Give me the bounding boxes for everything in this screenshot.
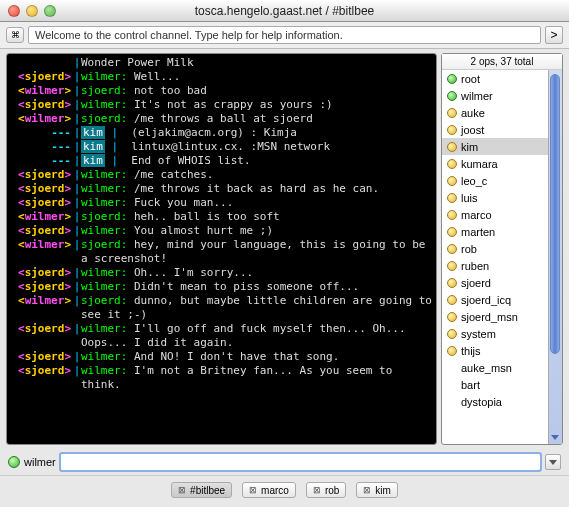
status-icon xyxy=(447,142,457,152)
user-item[interactable]: marten xyxy=(442,223,562,240)
user-name: joost xyxy=(461,124,484,136)
user-name: wilmer xyxy=(461,90,493,102)
tab[interactable]: ⊠rob xyxy=(306,482,346,498)
chat-line: <wilmer>|sjoerd: dunno, but maybe little… xyxy=(11,294,432,322)
close-icon[interactable]: ⊠ xyxy=(363,485,371,495)
user-item[interactable]: luis xyxy=(442,189,562,206)
chat-line: ---|kim | End of WHOIS list. xyxy=(11,154,432,168)
tab-label: marco xyxy=(261,485,289,496)
user-item[interactable]: dystopia xyxy=(442,393,562,410)
user-name: luis xyxy=(461,192,478,204)
status-icon xyxy=(447,363,457,373)
chat-line: <sjoerd>|wilmer: It's not as crappy as y… xyxy=(11,98,432,112)
chat-line: <sjoerd>|wilmer: You almost hurt me ;) xyxy=(11,224,432,238)
user-item[interactable]: sjoerd xyxy=(442,274,562,291)
window-controls xyxy=(8,5,56,17)
status-icon xyxy=(447,210,457,220)
close-icon[interactable]: ⊠ xyxy=(313,485,321,495)
user-name: auke xyxy=(461,107,485,119)
user-name: auke_msn xyxy=(461,362,512,374)
user-item[interactable]: bart xyxy=(442,376,562,393)
minimize-icon[interactable] xyxy=(26,5,38,17)
user-name: marco xyxy=(461,209,492,221)
user-item[interactable]: auke xyxy=(442,104,562,121)
close-icon[interactable]: ⊠ xyxy=(178,485,186,495)
zoom-icon[interactable] xyxy=(44,5,56,17)
user-name: sjoerd_icq xyxy=(461,294,511,306)
status-icon xyxy=(447,176,457,186)
status-icon xyxy=(447,159,457,169)
user-name: root xyxy=(461,73,480,85)
tab-label: rob xyxy=(325,485,339,496)
chat-line: <sjoerd>|wilmer: And NO! I don't have th… xyxy=(11,350,432,364)
user-item[interactable]: ruben xyxy=(442,257,562,274)
chevron-down-icon[interactable] xyxy=(550,432,560,442)
status-icon xyxy=(447,346,457,356)
chat-line: <sjoerd>|wilmer: I'm not a Britney fan..… xyxy=(11,364,432,392)
user-name: rob xyxy=(461,243,477,255)
topic-field[interactable]: Welcome to the control channel. Type hel… xyxy=(28,26,541,44)
own-nick: wilmer xyxy=(24,456,56,468)
user-panel: 2 ops, 37 total rootwilmeraukejoostkimku… xyxy=(441,53,563,445)
go-button[interactable]: > xyxy=(545,26,563,44)
user-item[interactable]: sjoerd_icq xyxy=(442,291,562,308)
chat-line: |Wonder Power Milk xyxy=(11,56,432,70)
chat-line: ---|kim | (eljakim@acm.org) : Kimja xyxy=(11,126,432,140)
channel-icon[interactable]: ⌘ xyxy=(6,27,24,43)
main-area: |Wonder Power Milk<sjoerd>|wilmer: Well.… xyxy=(0,49,569,449)
topic-row: ⌘ Welcome to the control channel. Type h… xyxy=(0,22,569,49)
user-name: thijs xyxy=(461,345,481,357)
history-dropdown[interactable] xyxy=(545,454,561,470)
status-icon xyxy=(447,261,457,271)
status-icon xyxy=(447,397,457,407)
user-item[interactable]: kim xyxy=(442,138,562,155)
status-icon xyxy=(447,227,457,237)
chat-line: <sjoerd>|wilmer: /me throws it back as h… xyxy=(11,182,432,196)
user-name: sjoerd xyxy=(461,277,491,289)
chat-line: <sjoerd>|wilmer: Fuck you man... xyxy=(11,196,432,210)
chat-line: <wilmer>|sjoerd: /me throws a ball at sj… xyxy=(11,112,432,126)
presence-icon xyxy=(8,456,20,468)
close-icon[interactable]: ⊠ xyxy=(249,485,257,495)
chat-line: <wilmer>|sjoerd: not too bad xyxy=(11,84,432,98)
user-item[interactable]: kumara xyxy=(442,155,562,172)
status-icon xyxy=(447,244,457,254)
tab[interactable]: ⊠#bitlbee xyxy=(171,482,232,498)
chat-line: <sjoerd>|wilmer: Didn't mean to piss som… xyxy=(11,280,432,294)
user-name: dystopia xyxy=(461,396,502,408)
user-item[interactable]: system xyxy=(442,325,562,342)
status-icon xyxy=(447,278,457,288)
user-name: system xyxy=(461,328,496,340)
status-icon xyxy=(447,312,457,322)
user-item[interactable]: wilmer xyxy=(442,87,562,104)
user-scrollbar[interactable] xyxy=(548,70,562,444)
chat-line: <sjoerd>|wilmer: Well... xyxy=(11,70,432,84)
chat-line: <wilmer>|sjoerd: hey, mind your language… xyxy=(11,238,432,266)
user-item[interactable]: sjoerd_msn xyxy=(442,308,562,325)
window-title: tosca.hengelo.gaast.net / #bitlbee xyxy=(8,4,561,18)
user-item[interactable]: marco xyxy=(442,206,562,223)
user-item[interactable]: joost xyxy=(442,121,562,138)
chat-log: |Wonder Power Milk<sjoerd>|wilmer: Well.… xyxy=(7,54,436,444)
user-summary: 2 ops, 37 total xyxy=(442,54,562,70)
status-icon xyxy=(447,108,457,118)
user-item[interactable]: rob xyxy=(442,240,562,257)
chat-line: <sjoerd>|wilmer: /me catches. xyxy=(11,168,432,182)
user-item[interactable]: root xyxy=(442,70,562,87)
user-item[interactable]: leo_c xyxy=(442,172,562,189)
status-icon xyxy=(447,91,457,101)
close-icon[interactable] xyxy=(8,5,20,17)
message-input[interactable] xyxy=(60,453,541,471)
tab[interactable]: ⊠marco xyxy=(242,482,296,498)
tab-label: kim xyxy=(375,485,391,496)
status-icon xyxy=(447,125,457,135)
titlebar: tosca.hengelo.gaast.net / #bitlbee xyxy=(0,0,569,22)
user-item[interactable]: thijs xyxy=(442,342,562,359)
user-item[interactable]: auke_msn xyxy=(442,359,562,376)
scrollbar-thumb[interactable] xyxy=(550,74,560,354)
user-name: leo_c xyxy=(461,175,487,187)
tab[interactable]: ⊠kim xyxy=(356,482,398,498)
user-name: kumara xyxy=(461,158,498,170)
user-name: marten xyxy=(461,226,495,238)
user-list[interactable]: rootwilmeraukejoostkimkumaraleo_cluismar… xyxy=(442,70,562,444)
